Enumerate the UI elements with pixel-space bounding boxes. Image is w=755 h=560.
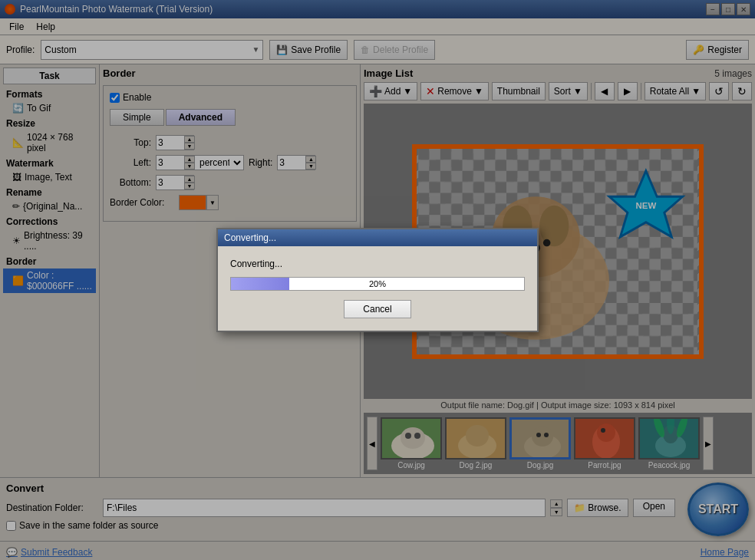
dialog-title-bar: Converting... [218, 229, 537, 246]
cancel-button[interactable]: Cancel [344, 300, 410, 318]
progress-text: 20% [231, 278, 524, 290]
converting-dialog: Converting... Converting... 20% Cancel [216, 228, 539, 332]
dialog-body: Converting... 20% Cancel [218, 246, 537, 331]
dialog-buttons: Cancel [230, 300, 525, 318]
dialog-title: Converting... [224, 232, 276, 243]
dialog-overlay: Converting... Converting... 20% Cancel [0, 0, 755, 560]
dialog-status: Converting... [230, 259, 525, 269]
progress-bar-container: 20% [230, 277, 525, 291]
